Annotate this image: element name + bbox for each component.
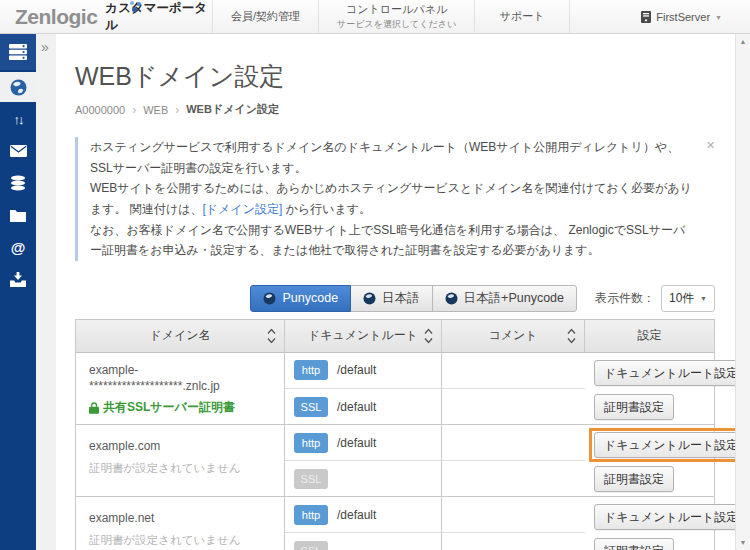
cert-settings-button[interactable]: 証明書設定 xyxy=(594,466,674,492)
up-down-arrows-icon: ↑↓ xyxy=(14,112,23,127)
sidebar-item-services[interactable] xyxy=(0,34,36,70)
http-comment xyxy=(442,425,585,460)
sidebar-item-database[interactable] xyxy=(0,168,36,198)
ssl-docroot: SSL xyxy=(285,533,442,550)
ssl-subrow: SSL xyxy=(285,461,585,496)
close-icon[interactable]: × xyxy=(706,137,715,261)
table-row-example-com: example.com 証明書が設定されていません http /default … xyxy=(76,425,714,497)
sort-arrows[interactable] xyxy=(267,328,276,343)
toggle-label: 日本語 xyxy=(382,290,420,307)
settings-cell: ドキュメントルート設定 証明書設定 xyxy=(585,497,714,550)
ssl-comment xyxy=(442,389,585,424)
domain-table: ドメイン名 ドキュメントルート コメント xyxy=(75,319,715,550)
account-name: FirstServer xyxy=(656,11,710,23)
breadcrumb-current: WEBドメイン設定 xyxy=(186,102,279,117)
top-menu: 会員/契約管理 コントロールパネル サービスを選択してください サポート xyxy=(212,0,570,33)
domain-name-line1: example.net xyxy=(89,510,274,526)
menu-label: 会員/契約管理 xyxy=(231,9,300,24)
docroot-settings-button-highlighted[interactable]: ドキュメントルート設定 xyxy=(594,432,748,458)
table-header: ドメイン名 ドキュメントルート コメント xyxy=(76,320,714,353)
http-subrow: http /default xyxy=(285,425,585,461)
at-sign-icon: @ xyxy=(11,239,26,256)
globe-icon xyxy=(263,292,276,305)
logo-dot-icon xyxy=(137,2,141,6)
orange-highlight-box: ドキュメントルート設定 xyxy=(589,428,750,462)
cert-settings-button[interactable]: 証明書設定 xyxy=(594,394,674,420)
menu-item-members[interactable]: 会員/契約管理 xyxy=(212,0,318,33)
punycode-toggle-button[interactable]: Punycode xyxy=(250,285,351,312)
display-count-value: 10件 xyxy=(669,290,694,307)
breadcrumb-account[interactable]: A0000000 xyxy=(75,104,125,116)
domain-name-line1: example- xyxy=(89,362,274,378)
http-comment xyxy=(442,353,585,388)
http-path: /default xyxy=(337,363,376,377)
info-paragraph-2-tail: から行います。 xyxy=(282,202,371,216)
info-paragraph-3: なお、お客様ドメイン名で公開するWEBサイト上でSSL暗号化通信を利用する場合は… xyxy=(90,220,696,261)
domain-cell: example.com 証明書が設定されていません xyxy=(76,425,285,496)
sidebar-item-mail-address[interactable]: @ xyxy=(0,232,36,262)
docroot-settings-button[interactable]: ドキュメントルート設定 xyxy=(594,504,748,530)
envelope-icon xyxy=(10,145,27,157)
header-comment[interactable]: コメント xyxy=(442,320,585,352)
no-cert-note: 証明書が設定されていません xyxy=(89,533,274,548)
vertical-scrollbar[interactable]: ▲ ▼ xyxy=(735,34,750,550)
http-subrow: http /default xyxy=(285,353,585,389)
domain-cell: example- ********************.znlc.jp 共有… xyxy=(76,353,285,424)
scroll-down-arrow-icon[interactable]: ▼ xyxy=(740,539,747,546)
main-content: WEBドメイン設定 A0000000 › WEB › WEBドメイン設定 ホステ… xyxy=(56,34,735,550)
scroll-up-arrow-icon[interactable]: ▲ xyxy=(740,38,747,45)
sidebar-item-web-domain[interactable] xyxy=(0,72,36,102)
server-rack-icon xyxy=(9,44,27,60)
info-paragraph-1: ホスティングサービスで利用するドメイン名のドキュメントルート（WEBサイト公開用… xyxy=(90,137,696,178)
info-text: ホスティングサービスで利用するドメイン名のドキュメントルート（WEBサイト公開用… xyxy=(90,137,696,261)
japanese-toggle-button[interactable]: 日本語 xyxy=(350,285,433,312)
breadcrumb: A0000000 › WEB › WEBドメイン設定 xyxy=(75,102,715,117)
sidebar-item-mail[interactable] xyxy=(0,136,36,166)
domain-settings-link[interactable]: [ドメイン設定] xyxy=(202,202,282,216)
settings-cell: ドキュメントルート設定 証明書設定 xyxy=(585,425,714,496)
domain-display-toggle-group: Punycode 日本語 日本語+Punycode xyxy=(250,285,577,312)
ssl-badge-disabled: SSL xyxy=(294,469,328,489)
ssl-subrow: SSL /default xyxy=(285,389,585,424)
sidebar-item-files[interactable] xyxy=(0,200,36,230)
docroot-comment-cell: http /default SSL xyxy=(285,425,585,496)
chevron-right-icon: › xyxy=(175,103,179,117)
header-settings: 設定 xyxy=(585,320,714,352)
docroot-settings-button[interactable]: ドキュメントルート設定 xyxy=(594,360,748,386)
header-label: コメント xyxy=(488,327,537,344)
cert-settings-button[interactable]: 証明書設定 xyxy=(594,538,674,550)
sort-up-icon xyxy=(424,328,433,334)
domain-name-line1: example.com xyxy=(89,438,274,454)
http-comment xyxy=(442,497,585,532)
http-docroot: http /default xyxy=(285,353,442,388)
header-document-root[interactable]: ドキュメントルート xyxy=(285,320,442,352)
http-badge: http xyxy=(294,505,328,525)
lock-icon xyxy=(89,402,99,414)
portal-name: カスタマーポータル xyxy=(105,0,212,34)
header-label: ドキュメントルート xyxy=(308,327,418,344)
install-download-icon xyxy=(10,272,26,287)
sort-arrows[interactable] xyxy=(424,328,433,343)
header-domain-name[interactable]: ドメイン名 xyxy=(76,320,285,352)
menu-sublabel: サービスを選択してください xyxy=(337,18,456,31)
sidebar-item-install[interactable] xyxy=(0,264,36,294)
menu-item-support[interactable]: サポート xyxy=(474,0,570,33)
menu-item-control-panel[interactable]: コントロールパネル サービスを選択してください xyxy=(318,0,474,33)
sidebar-expand-chevrons[interactable]: » xyxy=(41,39,49,55)
display-count-select[interactable]: 10件 ▼ xyxy=(661,285,715,312)
account-selector[interactable]: FirstServer ▼ xyxy=(641,0,722,34)
http-badge: http xyxy=(294,360,328,380)
http-badge: http xyxy=(294,433,328,453)
logo-dot-icon xyxy=(130,1,134,5)
shared-ssl-note: 共有SSLサーバー証明書 xyxy=(89,399,274,416)
ssl-comment xyxy=(442,533,585,550)
globe-icon xyxy=(10,79,27,96)
sort-arrows[interactable] xyxy=(567,328,576,343)
logo: Zenlogic カスタマーポータル xyxy=(0,0,212,33)
no-cert-note: 証明書が設定されていません xyxy=(89,461,274,476)
japanese-punycode-toggle-button[interactable]: 日本語+Punycode xyxy=(432,285,577,312)
http-subrow: http /default xyxy=(285,497,585,533)
sidebar-item-transfer[interactable]: ↑↓ xyxy=(0,104,36,134)
breadcrumb-web[interactable]: WEB xyxy=(143,104,168,116)
ssl-docroot: SSL /default xyxy=(285,389,442,424)
